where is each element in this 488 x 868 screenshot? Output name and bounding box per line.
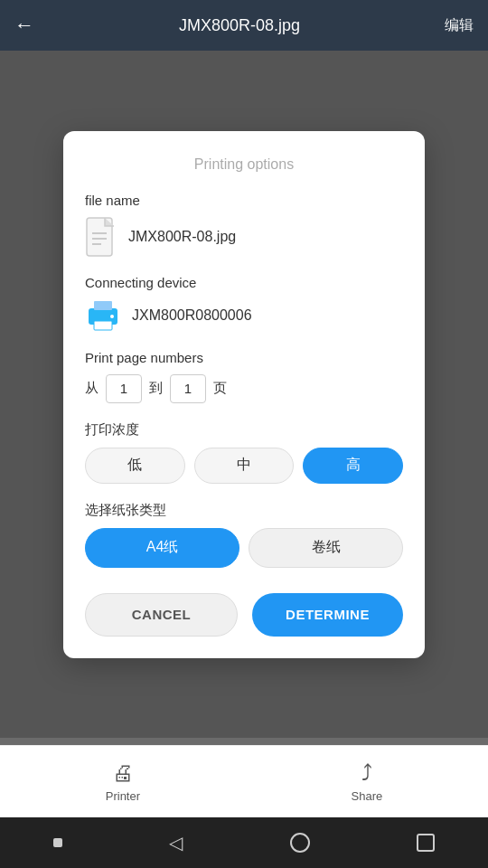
- paper-a4-button[interactable]: A4纸: [85, 528, 239, 568]
- file-name-label: file name: [85, 193, 403, 208]
- dialog-title: Printing options: [85, 156, 403, 173]
- paper-buttons: A4纸 卷纸: [85, 528, 403, 568]
- page-numbers-section-label: Print page numbers: [85, 350, 403, 365]
- cancel-button[interactable]: CANCEL: [85, 593, 238, 637]
- system-recent-icon[interactable]: [417, 834, 435, 852]
- density-low-button[interactable]: 低: [85, 448, 185, 484]
- back-button[interactable]: ←: [14, 14, 34, 37]
- svg-rect-5: [94, 301, 112, 310]
- background-image-area: Printing options file name JMX800R-08.jp…: [0, 51, 488, 738]
- page-unit-label: 页: [213, 380, 227, 397]
- from-page-input[interactable]: [106, 374, 142, 403]
- modal-overlay: Printing options file name JMX800R-08.jp…: [0, 51, 488, 738]
- printer-row: JXM800R0800006: [85, 299, 403, 332]
- density-section: 打印浓度 低 中 高: [85, 421, 403, 484]
- system-back-icon[interactable]: ◁: [169, 832, 183, 854]
- share-nav-label: Share: [352, 789, 383, 803]
- action-buttons: CANCEL DETERMINE: [85, 593, 403, 637]
- to-label: 到: [149, 380, 163, 397]
- file-name-text: JMX800R-08.jpg: [128, 229, 236, 245]
- printing-options-dialog: Printing options file name JMX800R-08.jp…: [63, 131, 425, 658]
- nav-item-share[interactable]: ⤴ Share: [352, 760, 383, 803]
- page-numbers-row: 从 到 页: [85, 374, 403, 403]
- bottom-nav: 🖨 Printer ⤴ Share: [0, 745, 488, 817]
- density-label: 打印浓度: [85, 421, 403, 439]
- system-nav-bar: ◁: [0, 817, 488, 868]
- share-nav-icon: ⤴: [361, 760, 372, 786]
- file-icon: [85, 217, 117, 257]
- svg-point-7: [110, 315, 114, 318]
- paper-roll-button[interactable]: 卷纸: [249, 528, 403, 568]
- density-mid-button[interactable]: 中: [194, 448, 295, 484]
- nav-item-printer[interactable]: 🖨 Printer: [106, 760, 140, 803]
- printer-nav-label: Printer: [106, 789, 140, 803]
- paper-type-section: 选择纸张类型 A4纸 卷纸: [85, 502, 403, 568]
- edit-button[interactable]: 编辑: [445, 16, 474, 35]
- file-name-row: JMX800R-08.jpg: [85, 217, 403, 257]
- density-buttons: 低 中 高: [85, 448, 403, 484]
- device-name-text: JXM800R0800006: [132, 307, 252, 324]
- density-high-button[interactable]: 高: [303, 448, 403, 484]
- printer-device-icon: [85, 299, 121, 332]
- paper-type-label: 选择纸张类型: [85, 502, 403, 519]
- connecting-device-label: Connecting device: [85, 275, 403, 290]
- from-label: 从: [85, 380, 99, 397]
- system-home-icon[interactable]: [290, 833, 310, 853]
- page-title: JMX800R-08.jpg: [179, 16, 300, 35]
- system-dot-icon: [53, 838, 62, 847]
- top-bar: ← JMX800R-08.jpg 编辑: [0, 0, 488, 51]
- to-page-input[interactable]: [170, 374, 206, 403]
- printer-nav-icon: 🖨: [112, 760, 134, 786]
- svg-rect-6: [94, 321, 112, 330]
- determine-button[interactable]: DETERMINE: [252, 593, 403, 637]
